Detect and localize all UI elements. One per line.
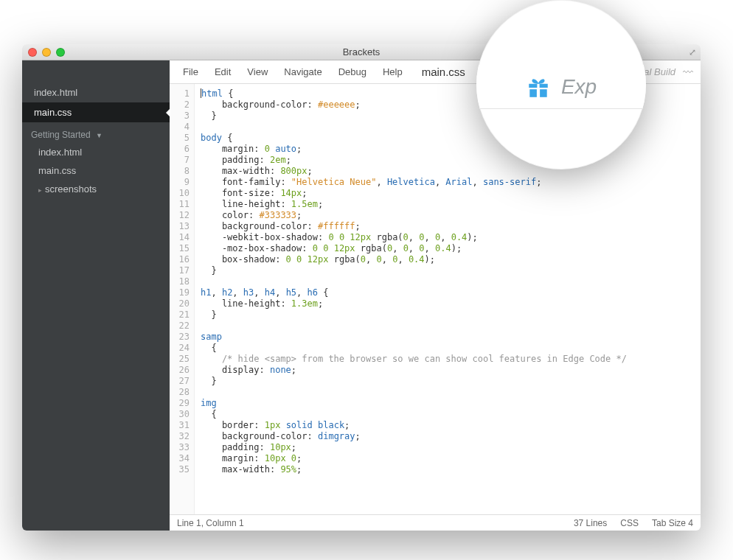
menu-edit[interactable]: Edit [212,66,234,77]
line-number-gutter: 1234567891011121314151617181920212223242… [170,84,195,514]
live-preview-icon[interactable]: 〰 [683,66,693,78]
line-count: 37 Lines [574,518,607,528]
tree-item-screenshots[interactable]: ▸screenshots [22,180,170,198]
code-editor[interactable]: 1234567891011121314151617181920212223242… [170,84,701,514]
menu-debug[interactable]: Debug [336,66,369,77]
svg-rect-2 [540,89,547,97]
open-filename: main.css [422,66,465,78]
language-mode[interactable]: CSS [620,518,639,528]
menu-view[interactable]: View [244,66,271,77]
magnifier-overlay: Exp [476,0,646,169]
chevron-right-icon: ▸ [38,186,42,194]
menu-help[interactable]: Help [380,66,406,77]
project-name: Getting Started [31,130,91,140]
tree-item-main-css[interactable]: main.css [22,161,170,180]
sidebar: index.htmlmain.css Getting Started ▼ ind… [22,60,170,531]
magnifier-label: Exp [561,75,597,99]
build-label: tal Build [642,66,675,77]
code-area[interactable]: html { background-color: #eeeeee; } body… [195,84,701,514]
project-section-header[interactable]: Getting Started ▼ [22,122,170,143]
menu-file[interactable]: File [180,66,201,77]
menu-navigate[interactable]: Navigate [281,66,324,77]
working-file-index-html[interactable]: index.html [22,83,170,102]
tree-item-index-html[interactable]: index.html [22,143,170,161]
tab-size[interactable]: Tab Size 4 [652,518,693,528]
svg-rect-3 [537,83,539,97]
svg-rect-1 [529,89,537,97]
gift-icon[interactable] [526,74,551,99]
statusbar: Line 1, Column 1 37 Lines CSS Tab Size 4 [170,514,701,531]
fullscreen-icon[interactable]: ⤢ [689,47,696,57]
cursor-position[interactable]: Line 1, Column 1 [177,518,244,528]
chevron-down-icon: ▼ [96,132,103,139]
working-file-main-css[interactable]: main.css [22,102,170,122]
